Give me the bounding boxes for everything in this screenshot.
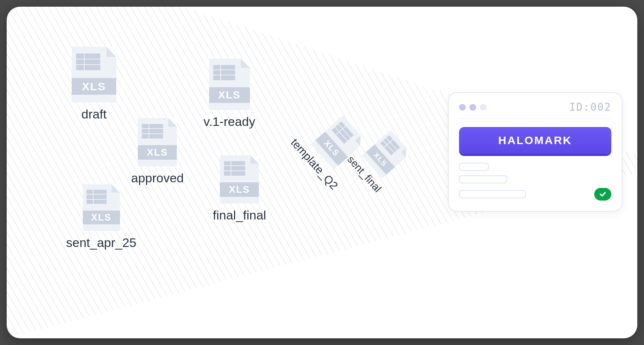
record-id: ID:002 [569,101,611,113]
xls-file-icon: XLS [220,155,259,204]
field-placeholder [459,190,526,198]
check-icon [599,190,607,198]
verified-badge [594,188,611,201]
file-label: v.1-ready [204,114,255,129]
xls-file-icon: XLS [209,59,250,110]
dot-icon [469,104,476,111]
file-type-badge: XLS [83,211,120,225]
field-placeholder [459,163,489,171]
field-placeholders [459,163,611,201]
xls-file-icon: XLS [138,118,177,166]
file-type-badge: XLS [72,78,116,95]
file-label: final_final [213,208,266,222]
dot-icon [459,104,466,111]
record-panel: ID:002 HALOMARK [448,92,622,212]
panel-header: ID:002 [459,101,611,119]
file-type-badge: XLS [209,87,250,102]
halomark-button-label: HALOMARK [498,134,572,147]
window-dots [459,104,487,111]
file-label: sent_apr_25 [66,235,136,250]
file-draft: XLS draft [72,47,116,121]
xls-file-icon: XLS [72,47,116,102]
halomark-button[interactable]: HALOMARK [459,127,611,154]
xls-file-icon: XLS [83,184,120,231]
file-label: approved [131,171,184,185]
file-label: draft [81,107,107,121]
file-approved: XLS approved [131,118,184,185]
dot-icon [480,104,487,111]
file-v1-ready: XLS v.1-ready [204,59,255,129]
file-type-badge: XLS [138,145,177,160]
file-final-final: XLS final_final [213,155,266,222]
file-type-badge: XLS [220,182,259,197]
field-placeholder [459,175,507,183]
file-sent-apr-25: XLS sent_apr_25 [66,184,136,250]
illustration-card: XLS draft XLS v.1-ready XLS approved XLS… [7,7,637,338]
